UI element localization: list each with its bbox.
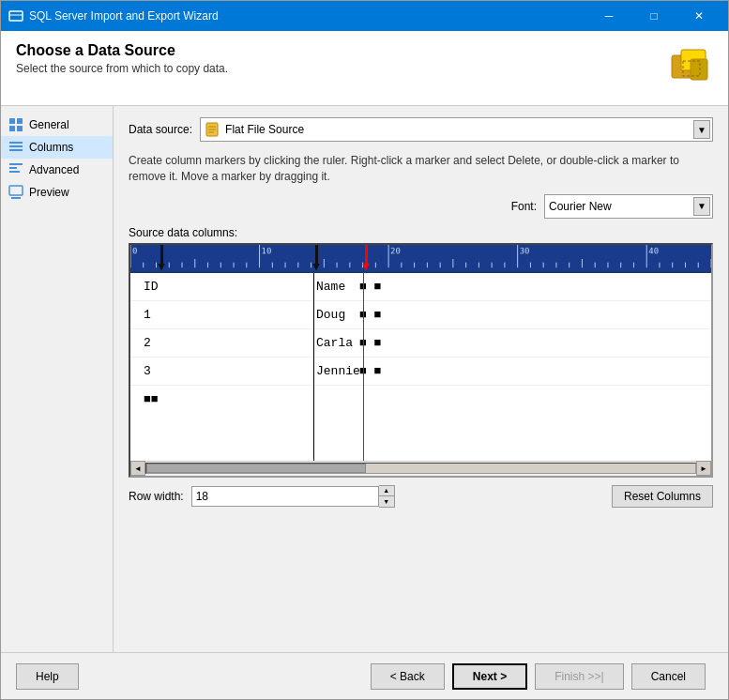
- svg-rect-5: [9, 118, 15, 124]
- font-label: Font:: [511, 200, 537, 213]
- svg-rect-10: [9, 145, 23, 147]
- sidebar-item-general[interactable]: General: [1, 114, 113, 136]
- header-icon: [664, 42, 713, 94]
- advanced-icon: [8, 162, 23, 177]
- ruler-marker-2[interactable]: [313, 245, 319, 273]
- window-controls: ─ □ ✕: [587, 1, 721, 31]
- page-subtitle: Select the source from which to copy dat…: [16, 62, 228, 75]
- svg-rect-0: [9, 11, 23, 21]
- data-source-value: Flat File Source: [225, 123, 708, 136]
- row-width-row: Row width: ▲ ▼ Reset Columns: [129, 485, 713, 508]
- back-button[interactable]: < Back: [371, 663, 445, 690]
- cell-id-3: 3: [134, 364, 312, 378]
- cell-id-header: ID: [134, 280, 312, 294]
- cell-name-3: Jennie: [312, 364, 359, 378]
- font-dropdown-arrow[interactable]: ▼: [693, 197, 710, 216]
- sidebar-label-columns: Columns: [29, 141, 73, 154]
- font-row: Font: Courier New ▼: [129, 194, 713, 219]
- ruler[interactable]: [130, 245, 711, 273]
- columns-icon: [8, 140, 23, 155]
- horizontal-scrollbar[interactable]: ◄ ►: [130, 461, 711, 476]
- svg-rect-8: [17, 126, 23, 131]
- data-source-dropdown-arrow[interactable]: ▼: [693, 120, 710, 139]
- finish-button[interactable]: Finish >>|: [535, 663, 623, 690]
- row-width-spinner: ▲ ▼: [379, 485, 395, 508]
- flat-file-icon: [205, 122, 220, 137]
- sidebar-label-general: General: [29, 118, 69, 131]
- app-icon: [8, 8, 23, 23]
- svg-rect-7: [9, 126, 15, 131]
- cancel-button[interactable]: Cancel: [631, 663, 706, 690]
- sidebar-item-advanced[interactable]: Advanced: [1, 159, 113, 181]
- table-row: ID Name ■ ■: [130, 273, 711, 301]
- cell-name-header: Name: [312, 280, 359, 294]
- sidebar-item-columns[interactable]: Columns: [1, 136, 113, 159]
- scroll-thumb[interactable]: [146, 464, 366, 473]
- header-text: Choose a Data Source Select the source f…: [16, 42, 228, 75]
- sidebar-label-preview: Preview: [29, 186, 69, 199]
- row-width-label: Row width:: [129, 490, 184, 503]
- svg-rect-4: [691, 59, 707, 80]
- cell-name-1: Doug: [312, 308, 359, 322]
- cell-name-2: Carla: [312, 336, 359, 350]
- reset-columns-button[interactable]: Reset Columns: [612, 485, 713, 508]
- source-data-label: Source data columns:: [129, 226, 713, 239]
- general-icon: [8, 117, 23, 132]
- table-row: 3 Jennie ■ ■: [130, 358, 711, 386]
- svg-rect-15: [9, 186, 23, 195]
- maximize-button[interactable]: □: [632, 1, 676, 31]
- next-button[interactable]: Next >: [452, 663, 527, 690]
- svg-rect-14: [9, 171, 20, 173]
- close-button[interactable]: ✕: [677, 1, 721, 31]
- table-row: 2 Carla ■ ■: [130, 329, 711, 358]
- main-panel: Data source: Flat File Source ▼ Create c…: [114, 106, 728, 652]
- preview-icon: [8, 185, 23, 200]
- header-section: Choose a Data Source Select the source f…: [1, 31, 728, 106]
- svg-rect-6: [17, 118, 23, 124]
- footer: Help < Back Next > Finish >>| Cancel: [1, 652, 728, 699]
- cell-id-4: ■■: [134, 392, 312, 406]
- spinner-down-button[interactable]: ▼: [379, 496, 394, 507]
- spinner-up-button[interactable]: ▲: [379, 486, 394, 496]
- table-row: ■■: [130, 386, 711, 414]
- row-width-input[interactable]: [191, 486, 379, 507]
- instruction-text: Create column markers by clicking the ru…: [129, 153, 713, 185]
- content-area: General Columns Advanced: [1, 106, 728, 652]
- row-width-input-container: ▲ ▼: [191, 485, 395, 508]
- data-source-select[interactable]: Flat File Source ▼: [200, 117, 713, 142]
- table-row: 1 Doug ■ ■: [130, 301, 711, 329]
- scroll-right-button[interactable]: ►: [696, 461, 711, 476]
- sidebar-label-advanced: Advanced: [29, 163, 79, 176]
- red-separator: [363, 273, 364, 461]
- sidebar-item-preview[interactable]: Preview: [1, 181, 113, 204]
- font-value: Courier New: [549, 200, 708, 213]
- help-button[interactable]: Help: [16, 663, 79, 690]
- cell-id-2: 2: [134, 336, 312, 350]
- cell-id-1: 1: [134, 308, 312, 322]
- ruler-marker-1[interactable]: [159, 245, 164, 273]
- svg-rect-12: [9, 163, 23, 165]
- minimize-button[interactable]: ─: [587, 1, 630, 31]
- data-source-row: Data source: Flat File Source ▼: [129, 117, 713, 142]
- font-select[interactable]: Courier New ▼: [544, 194, 713, 219]
- data-table: ID Name ■ ■ 1 Doug ■ ■ 2 Carla ■ ■: [130, 273, 711, 461]
- svg-rect-16: [11, 197, 21, 199]
- page-title: Choose a Data Source: [16, 42, 228, 59]
- ruler-marker-red[interactable]: [363, 245, 369, 273]
- data-source-label: Data source:: [129, 123, 192, 136]
- scroll-track[interactable]: [145, 463, 696, 474]
- window-title: SQL Server Import and Export Wizard: [29, 9, 587, 23]
- svg-rect-13: [9, 167, 17, 169]
- scroll-left-button[interactable]: ◄: [130, 461, 145, 476]
- title-bar: SQL Server Import and Export Wizard ─ □ …: [1, 1, 728, 31]
- main-window: SQL Server Import and Export Wizard ─ □ …: [0, 0, 729, 700]
- data-preview-container: ID Name ■ ■ 1 Doug ■ ■ 2 Carla ■ ■: [129, 243, 713, 478]
- svg-rect-9: [9, 142, 23, 144]
- svg-rect-11: [9, 149, 23, 151]
- sidebar: General Columns Advanced: [1, 106, 114, 652]
- col-separator-1: [313, 273, 314, 461]
